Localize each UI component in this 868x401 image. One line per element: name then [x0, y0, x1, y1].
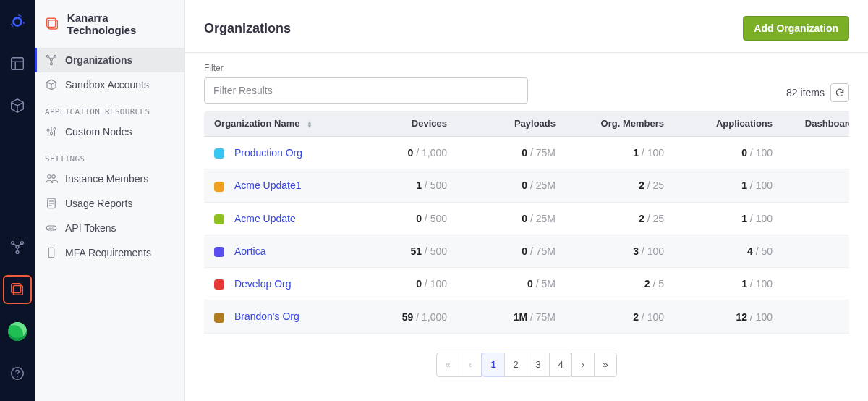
- sidebar-item-organizations[interactable]: Organizations: [35, 48, 184, 72]
- page-last[interactable]: »: [594, 353, 617, 377]
- sidebar-item-label: Instance Members: [65, 173, 148, 185]
- cell-dashboards: 0: [783, 202, 849, 235]
- sidebar-section-title: APPLICATION RESOURCES: [35, 97, 184, 119]
- org-color-swatch: [214, 148, 224, 159]
- sidebar-item-mfa[interactable]: MFA Requirements: [35, 240, 184, 265]
- org-color-swatch: [214, 182, 224, 192]
- cell-members: 2 / 25: [566, 169, 674, 202]
- sidebar-section-title: SETTINGS: [35, 144, 184, 166]
- api-icon: API: [45, 221, 58, 235]
- cell-dashboards: 2: [783, 268, 849, 300]
- col-payloads[interactable]: Payloads: [457, 111, 566, 137]
- box-icon[interactable]: [3, 91, 32, 120]
- page-first[interactable]: «: [436, 353, 459, 377]
- cell-org-name: Acme Update1: [204, 169, 349, 202]
- svg-point-22: [51, 59, 53, 61]
- cell-apps: 1 / 100: [674, 202, 783, 235]
- instance-name: Kanarra Technologies: [67, 12, 174, 36]
- org-icon: [45, 54, 58, 67]
- pagination: « ‹ 1234 › »: [185, 338, 868, 394]
- page-number[interactable]: 3: [527, 353, 550, 377]
- page-next[interactable]: ›: [571, 353, 595, 377]
- organizations-table-scroll[interactable]: Organization Name ▲▼ Devices Payloads Or…: [204, 111, 849, 338]
- help-icon[interactable]: [3, 359, 32, 388]
- filter-input[interactable]: [204, 77, 528, 104]
- cell-org-name: Production Org: [204, 137, 349, 169]
- sidebar-item-label: Usage Reports: [65, 198, 132, 209]
- cell-dashboards: 0: [783, 137, 849, 169]
- page-number[interactable]: 2: [504, 353, 527, 377]
- report-icon: [45, 197, 58, 210]
- sidebar-item-usage-reports[interactable]: Usage Reports: [35, 191, 184, 216]
- org-link[interactable]: Acme Update: [234, 213, 296, 224]
- svg-rect-2: [12, 58, 24, 70]
- col-members[interactable]: Org. Members: [566, 111, 674, 137]
- item-count: 82 items: [786, 87, 825, 98]
- table-row: Production Org 0 / 1,000 0 / 75M 1 / 100…: [204, 137, 849, 169]
- page-title: Organizations: [204, 21, 291, 36]
- sort-icon: ▲▼: [307, 121, 312, 128]
- table-row: Acme Update 0 / 500 0 / 25M 2 / 25 1 / 1…: [204, 202, 849, 235]
- cell-apps: 12 / 100: [674, 300, 783, 333]
- svg-line-24: [52, 57, 54, 59]
- global-nav-rail: [0, 0, 35, 401]
- page-number[interactable]: 4: [549, 353, 572, 377]
- add-organization-button[interactable]: Add Organization: [743, 16, 849, 41]
- svg-point-9: [16, 245, 19, 248]
- cell-members: 1 / 100: [566, 137, 674, 169]
- org-color-swatch: [214, 279, 224, 290]
- page-number[interactable]: 1: [482, 353, 505, 377]
- sidebar-item-custom-nodes[interactable]: Custom Nodes: [35, 119, 184, 144]
- svg-point-0: [14, 18, 22, 26]
- cell-members: 2 / 100: [566, 300, 674, 333]
- table-row: Develop Org 0 / 100 0 / 5M 2 / 5 1 / 100…: [204, 268, 849, 300]
- org-link[interactable]: Brandon's Org: [234, 311, 299, 322]
- org-color-swatch: [214, 247, 224, 257]
- org-color-swatch: [214, 214, 224, 224]
- dashboard-icon[interactable]: [3, 49, 32, 78]
- members-icon: [45, 172, 58, 185]
- svg-point-30: [47, 129, 49, 131]
- globe-icon[interactable]: [3, 317, 32, 346]
- svg-line-10: [14, 244, 17, 246]
- org-link[interactable]: Develop Org: [234, 278, 292, 290]
- cell-members: 2 / 5: [566, 268, 674, 300]
- cell-devices: 1 / 500: [349, 169, 457, 202]
- svg-point-34: [52, 175, 56, 179]
- table-row: Brandon's Org 59 / 1,000 1M / 75M 2 / 10…: [204, 300, 849, 333]
- cell-payloads: 0 / 25M: [457, 202, 566, 235]
- svg-point-19: [46, 55, 48, 57]
- nodes-icon[interactable]: [3, 233, 32, 262]
- col-dashboards[interactable]: Dashboards: [783, 111, 849, 137]
- instances-icon[interactable]: [3, 275, 32, 304]
- cell-devices: 0 / 500: [349, 202, 457, 235]
- org-link[interactable]: Aortica: [234, 245, 266, 257]
- cell-org-name: Brandon's Org: [204, 300, 349, 333]
- main-content: Organizations Add Organization Filter 82…: [185, 0, 868, 401]
- col-devices[interactable]: Devices: [349, 111, 457, 137]
- device-icon: [45, 246, 58, 259]
- sandbox-icon: [45, 78, 58, 91]
- svg-rect-18: [47, 18, 56, 27]
- table-row: Aortica 51 / 500 0 / 75M 3 / 100 4 / 50 …: [204, 235, 849, 267]
- cell-members: 2 / 25: [566, 202, 674, 235]
- svg-point-31: [51, 132, 53, 135]
- col-apps[interactable]: Applications: [674, 111, 783, 137]
- org-link[interactable]: Acme Update1: [234, 180, 302, 191]
- sidebar-item-api-tokens[interactable]: API API Tokens: [35, 216, 184, 240]
- sidebar: Kanarra Technologies Organizations Sandb…: [35, 0, 185, 401]
- sidebar-item-label: Sandbox Accounts: [65, 79, 149, 90]
- svg-text:API: API: [48, 227, 54, 230]
- cell-devices: 51 / 500: [349, 235, 457, 267]
- page-prev[interactable]: ‹: [459, 353, 482, 377]
- instance-header: Kanarra Technologies: [35, 9, 184, 48]
- brand-logo-icon[interactable]: [3, 7, 32, 36]
- svg-rect-14: [12, 284, 21, 293]
- cell-dashboards: 7: [783, 300, 849, 333]
- sidebar-item-sandbox[interactable]: Sandbox Accounts: [35, 72, 184, 97]
- refresh-button[interactable]: [830, 83, 849, 102]
- sidebar-item-instance-members[interactable]: Instance Members: [35, 166, 184, 191]
- list-controls: Filter 82 items: [185, 53, 868, 111]
- col-org-name[interactable]: Organization Name ▲▼: [204, 111, 349, 137]
- org-link[interactable]: Production Org: [234, 147, 302, 159]
